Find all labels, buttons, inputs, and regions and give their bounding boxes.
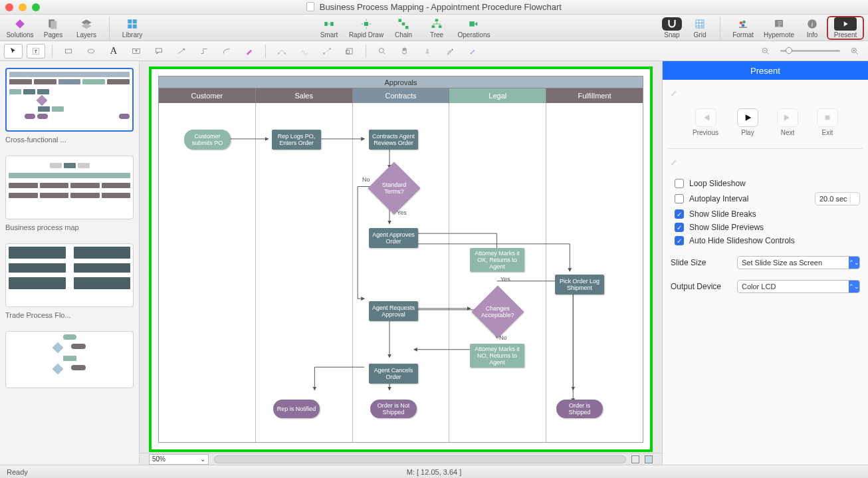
horizontal-scrollbar[interactable]	[214, 455, 626, 463]
connector-tool[interactable]	[195, 44, 213, 59]
canvas-scroll[interactable]: Approvals Customer Sales Contracts Legal…	[140, 61, 662, 453]
spline-tool[interactable]	[295, 44, 314, 59]
text-shape-tool[interactable]: A	[104, 44, 123, 59]
present-button[interactable]: Present	[827, 16, 864, 40]
pages-button[interactable]: Pages	[37, 16, 69, 39]
slide-thumb[interactable]	[5, 331, 134, 388]
canvas-footer: 50%⌄	[140, 453, 662, 465]
svg-rect-13	[402, 23, 405, 26]
stamp-tool[interactable]	[418, 44, 437, 59]
show-breaks-checkbox[interactable]: ✓	[675, 209, 684, 219]
chain-button[interactable]: Chain	[387, 16, 419, 39]
node-agent-requests[interactable]: Agent Requests Approval	[369, 301, 418, 321]
zoom-slider-group	[756, 44, 864, 59]
hypernote-button[interactable]: Hypernote	[760, 16, 798, 40]
rapid-draw-button[interactable]: Rapid Draw	[346, 16, 386, 39]
node-agent-reviews[interactable]: Contracts Agent Reviews Order	[369, 130, 418, 150]
loop-checkbox[interactable]	[675, 179, 684, 188]
minimize-window-button[interactable]	[19, 3, 27, 11]
svg-marker-43	[746, 114, 752, 120]
node-pick-order[interactable]: Pick Order Log Shipment	[555, 275, 604, 295]
node-customer-submits[interactable]: Customer submits PO	[184, 130, 231, 150]
line-tool[interactable]	[172, 44, 191, 59]
zoom-out-button[interactable]	[756, 44, 775, 59]
previous-button[interactable]: Previous	[693, 108, 718, 136]
diagram-page[interactable]: Approvals Customer Sales Contracts Legal…	[149, 66, 653, 452]
svg-marker-0	[15, 19, 25, 29]
lane-header-customer: Customer	[159, 88, 256, 103]
library-button[interactable]: Library	[116, 16, 148, 39]
callout-tool[interactable]	[150, 44, 168, 59]
lane-header-legal: Legal	[449, 88, 546, 103]
layers-button[interactable]: Layers	[70, 16, 102, 39]
path-edit-tool[interactable]	[318, 44, 336, 59]
swimlane-container: Approvals Customer Sales Contracts Legal…	[158, 76, 643, 443]
snap-button[interactable]: Snap	[659, 16, 685, 39]
show-previews-checkbox[interactable]: ✓	[675, 223, 684, 232]
node-order-shipped[interactable]: Order is Shipped	[556, 400, 603, 418]
highlighter-tool[interactable]	[240, 44, 259, 59]
brush-tool[interactable]	[463, 44, 482, 59]
pointer-tool[interactable]	[4, 44, 23, 59]
svg-rect-37	[330, 48, 331, 49]
page-actual-icon[interactable]	[645, 455, 653, 463]
output-device-select[interactable]: Color LCD ⌃⌄	[737, 280, 860, 293]
next-button[interactable]: Next	[777, 108, 798, 136]
grid-button[interactable]: Grid	[687, 16, 713, 39]
autoplay-interval-field[interactable]: 20.0 sec	[815, 192, 860, 205]
operations-button[interactable]: Operations	[454, 16, 494, 39]
slide-caption: Business process map	[5, 223, 134, 231]
node-attorney-no[interactable]: Attorney Marks it NO, Returns to Agent	[470, 344, 524, 368]
solutions-button[interactable]: Solutions	[4, 16, 36, 39]
node-rep-logs[interactable]: Rep Logs PO, Enters Order	[272, 130, 321, 150]
svg-rect-6	[133, 19, 137, 23]
rect-shape-tool[interactable]	[59, 44, 78, 59]
play-button[interactable]: Play	[737, 108, 758, 136]
zoom-tool[interactable]	[373, 44, 391, 59]
tree-button[interactable]: Tree	[421, 16, 453, 39]
svg-text:i: i	[812, 21, 814, 28]
smart-button[interactable]: Smart	[313, 16, 345, 39]
autoplay-checkbox[interactable]	[675, 194, 684, 203]
format-button[interactable]: Format	[727, 16, 759, 40]
window-title: Business Process Mapping - Appointment P…	[0, 2, 868, 12]
hand-tool[interactable]	[395, 44, 414, 59]
ellipse-shape-tool[interactable]	[82, 44, 100, 59]
svg-rect-7	[128, 25, 132, 29]
exit-button[interactable]: Exit	[817, 108, 838, 136]
zoom-window-button[interactable]	[32, 3, 40, 11]
slide-thumb[interactable]	[5, 68, 134, 132]
zoom-combo[interactable]: 50%⌄	[149, 454, 209, 465]
node-agent-cancels[interactable]: Agent Cancels Order	[369, 364, 418, 384]
arc-tool[interactable]	[217, 44, 236, 59]
text-tool[interactable]: T	[27, 44, 45, 59]
bezier-tool[interactable]	[272, 44, 291, 59]
zoom-slider[interactable]	[780, 50, 840, 52]
node-order-not-shipped[interactable]: Order is Not Shipped	[370, 400, 417, 418]
page-fit-icon[interactable]	[631, 455, 639, 463]
crop-tool[interactable]	[340, 44, 359, 59]
eyedropper-tool[interactable]	[441, 44, 459, 59]
autohide-checkbox[interactable]: ✓	[675, 236, 684, 245]
close-window-button[interactable]	[5, 3, 13, 11]
node-attorney-ok[interactable]: Attorney Marks it OK, Returns to Agent	[470, 248, 524, 272]
slide-thumb[interactable]	[5, 243, 134, 307]
svg-rect-9	[324, 22, 328, 26]
loop-label: Loop Slideshow	[689, 179, 746, 188]
info-button[interactable]: i Info	[799, 16, 825, 40]
zoom-in-button[interactable]	[845, 44, 864, 59]
titlebar: Business Process Mapping - Appointment P…	[0, 0, 868, 15]
lane-header-sales: Sales	[256, 88, 353, 103]
slide-thumb[interactable]	[5, 156, 134, 219]
slide-size-select[interactable]: Set Slide Size as Screen ⌃⌄	[737, 256, 860, 269]
textbox-tool[interactable]: T	[127, 44, 146, 59]
svg-text:T: T	[135, 49, 138, 53]
svg-marker-4	[82, 23, 92, 29]
main-toolbar: Solutions Pages Layers Library Smart Rap…	[0, 15, 868, 41]
stepper-icon[interactable]	[850, 193, 858, 204]
node-rep-notified[interactable]: Rep is Notified	[273, 400, 320, 418]
node-agent-approves[interactable]: Agent Approves Order	[369, 228, 418, 248]
svg-rect-11	[364, 22, 368, 26]
window-controls	[5, 3, 40, 11]
svg-rect-38	[347, 48, 352, 53]
